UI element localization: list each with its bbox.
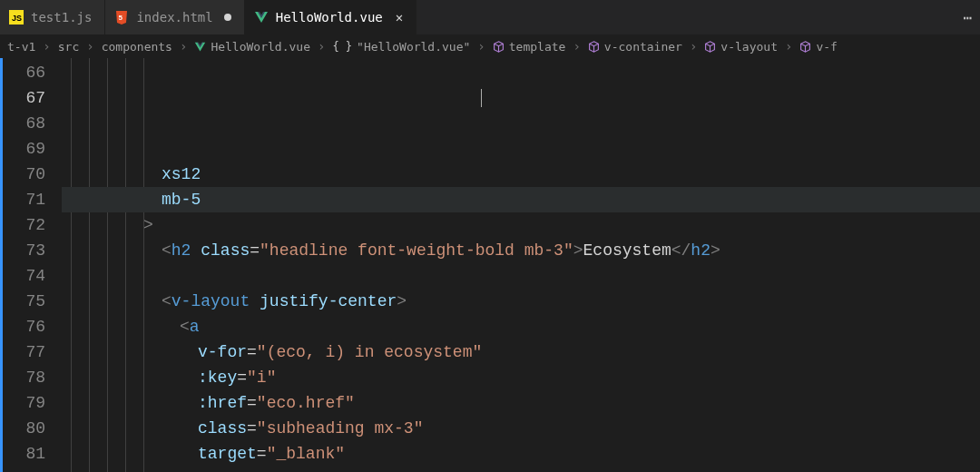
cube-icon [588, 41, 600, 53]
cube-icon [704, 41, 716, 53]
code-line[interactable]: > [62, 212, 980, 238]
editor-tabs-bar: JS test1.js 5 index.html HelloWorld.vue … [0, 0, 980, 34]
breadcrumb-label: "HelloWorld.vue" [357, 40, 470, 54]
line-number: 77 [0, 339, 45, 365]
line-number: 79 [0, 390, 45, 416]
tab-overflow-button[interactable]: ⋯ [955, 0, 980, 34]
code-line[interactable]: > [62, 467, 980, 472]
breadcrumb-item[interactable]: src [58, 40, 79, 54]
tab-test1-js[interactable]: JS test1.js [0, 0, 105, 34]
breadcrumb-item[interactable]: t-v1 [7, 40, 35, 54]
tab-label: test1.js [31, 10, 92, 25]
tab-index-html[interactable]: 5 index.html [105, 0, 244, 34]
line-number: 68 [0, 111, 45, 136]
breadcrumb-item[interactable]: { }"HelloWorld.vue" [332, 40, 470, 54]
line-number: 74 [0, 263, 45, 289]
breadcrumb[interactable]: t-v1›src›components›HelloWorld.vue›{ }"H… [0, 34, 980, 58]
line-number: 72 [0, 212, 45, 238]
breadcrumb-label: v-layout [720, 40, 778, 54]
breadcrumb-item[interactable]: v-f [799, 40, 837, 54]
breadcrumb-item[interactable]: v-layout [704, 40, 778, 54]
line-number: 71 [0, 187, 45, 212]
breadcrumb-label: src [58, 40, 79, 54]
chevron-right-icon: › [686, 39, 701, 54]
breadcrumb-label: v-container [604, 40, 682, 54]
breadcrumb-item[interactable]: v-container [588, 40, 682, 54]
tabs-spacer [416, 0, 955, 34]
code-line[interactable]: target="_blank" [62, 441, 980, 467]
breadcrumb-item[interactable]: components [102, 40, 172, 54]
svg-text:5: 5 [119, 14, 123, 22]
text-cursor-icon [481, 89, 482, 107]
code-line[interactable]: mb-5 [62, 187, 980, 212]
chevron-right-icon: › [83, 39, 97, 54]
line-number: 75 [0, 289, 45, 314]
line-number: 80 [0, 416, 45, 441]
code-line[interactable] [62, 263, 980, 289]
braces-icon: { } [332, 40, 352, 53]
js-icon: JS [9, 10, 24, 25]
chevron-right-icon: › [314, 39, 328, 54]
breadcrumb-item[interactable]: HelloWorld.vue [194, 40, 310, 54]
cube-icon [799, 41, 811, 53]
breadcrumb-item[interactable]: template [493, 40, 566, 54]
line-number-gutter: 66676869707172737475767778798081 [0, 58, 62, 472]
tab-label: index.html [136, 10, 212, 25]
ellipsis-icon: ⋯ [963, 9, 972, 26]
close-icon[interactable]: ✕ [396, 10, 403, 25]
code-line[interactable]: :href="eco.href" [62, 390, 980, 416]
code-line[interactable]: xs12 [62, 162, 980, 187]
tab-helloworld-vue[interactable]: HelloWorld.vue ✕ [245, 0, 416, 34]
code-line[interactable]: :key="i" [62, 365, 980, 390]
code-line[interactable]: <h2 class="headline font-weight-bold mb-… [62, 238, 980, 263]
line-number: 76 [0, 314, 45, 339]
code-line[interactable]: <v-layout justify-center> [62, 289, 980, 314]
line-number: 67 [0, 85, 45, 111]
chevron-right-icon: › [569, 39, 583, 54]
code-editor[interactable]: 66676869707172737475767778798081 xs12mb-… [0, 58, 980, 472]
line-number: 66 [0, 60, 45, 85]
line-number: 73 [0, 238, 45, 263]
cube-icon [493, 41, 505, 53]
chevron-right-icon: › [474, 39, 488, 54]
vue-icon [194, 41, 206, 53]
dirty-indicator-icon [224, 14, 231, 21]
breadcrumb-label: template [509, 40, 566, 54]
code-line[interactable]: class="subheading mx-3" [62, 416, 980, 441]
breadcrumb-label: v-f [816, 40, 837, 54]
breadcrumb-label: HelloWorld.vue [211, 40, 310, 54]
line-number: 69 [0, 136, 45, 162]
line-number: 81 [0, 441, 45, 467]
breadcrumb-label: components [102, 40, 172, 54]
chevron-right-icon: › [39, 39, 54, 54]
tab-label: HelloWorld.vue [276, 10, 383, 25]
html-icon: 5 [114, 10, 129, 25]
line-number: 78 [0, 365, 45, 390]
code-line[interactable]: <a [62, 314, 980, 339]
code-area[interactable]: xs12mb-5><h2 class="headline font-weight… [62, 58, 980, 472]
breadcrumb-label: t-v1 [7, 40, 35, 54]
svg-text:JS: JS [12, 14, 22, 23]
vue-icon [254, 10, 269, 25]
line-number: 70 [0, 162, 45, 187]
chevron-right-icon: › [176, 39, 191, 54]
code-line[interactable]: v-for="(eco, i) in ecosystem" [62, 339, 980, 365]
chevron-right-icon: › [781, 39, 796, 54]
